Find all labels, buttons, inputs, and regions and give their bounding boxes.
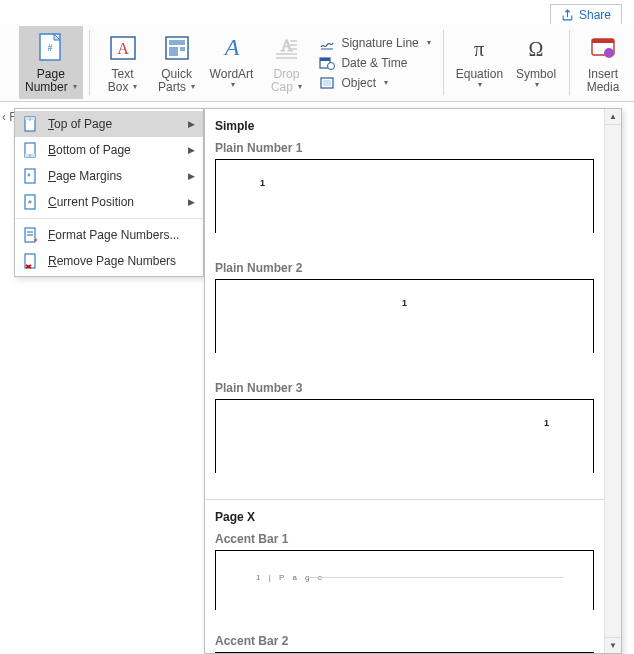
menu-remove-page-numbers[interactable]: Remove Page Numbers: [15, 248, 203, 274]
page-bottom-icon: #: [23, 142, 39, 158]
gallery-heading-simple: Simple: [215, 115, 594, 139]
symbol-icon: Ω: [520, 32, 552, 64]
page-number-menu: # Top of Page ▶ # Bottom of Page ▶ # Pag…: [14, 108, 204, 277]
gallery-caption: Plain Number 1: [215, 139, 594, 159]
submenu-arrow-icon: ▶: [188, 145, 195, 155]
svg-text:#: #: [47, 42, 52, 53]
share-icon: [561, 9, 574, 22]
scroll-up-button[interactable]: ▲: [605, 109, 621, 125]
svg-point-25: [604, 48, 614, 58]
chevron-down-icon: ▾: [427, 38, 431, 47]
symbol-button[interactable]: Ω Symbol ▾: [509, 26, 563, 99]
chevron-down-icon: ▾: [298, 83, 302, 92]
gallery-scrollbar[interactable]: ▲ ▼: [604, 109, 621, 653]
insert-media-button[interactable]: Insert Media: [576, 26, 630, 99]
equation-icon: π: [463, 32, 495, 64]
share-label: Share: [579, 8, 611, 22]
chevron-down-icon: ▾: [191, 83, 195, 92]
ribbon: # Page Number▾ A Text Box▾ Quick Parts▾ …: [0, 24, 634, 102]
svg-rect-5: [169, 40, 185, 45]
gallery-caption: Accent Bar 2: [215, 632, 594, 652]
quick-parts-button[interactable]: Quick Parts▾: [150, 26, 204, 99]
chevron-down-icon: ▾: [231, 81, 235, 90]
signature-icon: [319, 35, 335, 51]
svg-text:Ω: Ω: [529, 38, 544, 60]
object-icon: [319, 75, 335, 91]
svg-rect-20: [323, 80, 331, 86]
submenu-arrow-icon: ▶: [188, 197, 195, 207]
media-icon: [587, 32, 619, 64]
svg-text:π: π: [474, 38, 484, 60]
drop-cap-icon: A: [270, 32, 302, 64]
svg-rect-6: [169, 47, 178, 56]
scroll-down-button[interactable]: ▼: [605, 637, 621, 653]
gallery-item-plain-2[interactable]: 1: [215, 279, 594, 353]
gallery-item-plain-3[interactable]: 1: [215, 399, 594, 473]
svg-rect-7: [180, 47, 185, 51]
svg-text:A: A: [222, 34, 239, 60]
page-margins-icon: #: [23, 168, 39, 184]
page-number-gallery: Simple Plain Number 1 1 Plain Number 2 1…: [204, 108, 622, 654]
wordart-button[interactable]: A WordArt ▾: [204, 26, 260, 99]
menu-format-page-numbers[interactable]: # Format Page Numbers...: [15, 222, 203, 248]
date-time-icon: [319, 55, 335, 71]
gallery-item-accent-1[interactable]: 1 | P a g e: [215, 550, 594, 610]
gallery-caption: Plain Number 3: [215, 379, 594, 399]
menu-bottom-of-page[interactable]: # Bottom of Page ▶: [15, 137, 203, 163]
submenu-arrow-icon: ▶: [188, 171, 195, 181]
equation-button[interactable]: π Equation ▾: [450, 26, 509, 99]
gallery-item-plain-1[interactable]: 1: [215, 159, 594, 233]
svg-text:#: #: [34, 237, 38, 243]
current-position-icon: #: [23, 194, 39, 210]
page-number-icon: #: [35, 32, 67, 64]
svg-rect-17: [320, 58, 330, 61]
signature-line-button[interactable]: Signature Line ▾: [317, 34, 432, 52]
chevron-down-icon: ▾: [478, 81, 482, 90]
wordart-icon: A: [216, 32, 248, 64]
svg-text:A: A: [117, 40, 129, 57]
chevron-down-icon: ▾: [535, 81, 539, 90]
svg-text:#: #: [28, 172, 31, 178]
svg-rect-24: [592, 39, 614, 43]
format-number-icon: #: [23, 227, 39, 243]
gallery-item-accent-2[interactable]: P a g e | 1: [215, 652, 594, 653]
page-top-icon: #: [23, 116, 39, 132]
chevron-down-icon: ▾: [133, 83, 137, 92]
gallery-heading-pagex: Page X: [215, 506, 594, 530]
date-time-button[interactable]: Date & Time: [317, 54, 432, 72]
share-button[interactable]: Share: [550, 4, 622, 26]
drop-cap-button: A Drop Cap▾: [259, 26, 313, 99]
chevron-down-icon: ▾: [384, 78, 388, 87]
svg-point-18: [328, 62, 335, 69]
chevron-down-icon: ▾: [73, 83, 77, 92]
quick-parts-icon: [161, 32, 193, 64]
menu-current-position[interactable]: # Current Position ▶: [15, 189, 203, 215]
text-box-icon: A: [107, 32, 139, 64]
submenu-arrow-icon: ▶: [188, 119, 195, 129]
remove-number-icon: [23, 253, 39, 269]
gallery-caption: Accent Bar 1: [215, 530, 594, 550]
text-box-button[interactable]: A Text Box▾: [96, 26, 150, 99]
menu-top-of-page[interactable]: # Top of Page ▶: [15, 111, 203, 137]
menu-page-margins[interactable]: # Page Margins ▶: [15, 163, 203, 189]
page-number-button[interactable]: # Page Number▾: [19, 26, 83, 99]
gallery-caption: Plain Number 2: [215, 259, 594, 279]
object-button[interactable]: Object ▾: [317, 74, 432, 92]
